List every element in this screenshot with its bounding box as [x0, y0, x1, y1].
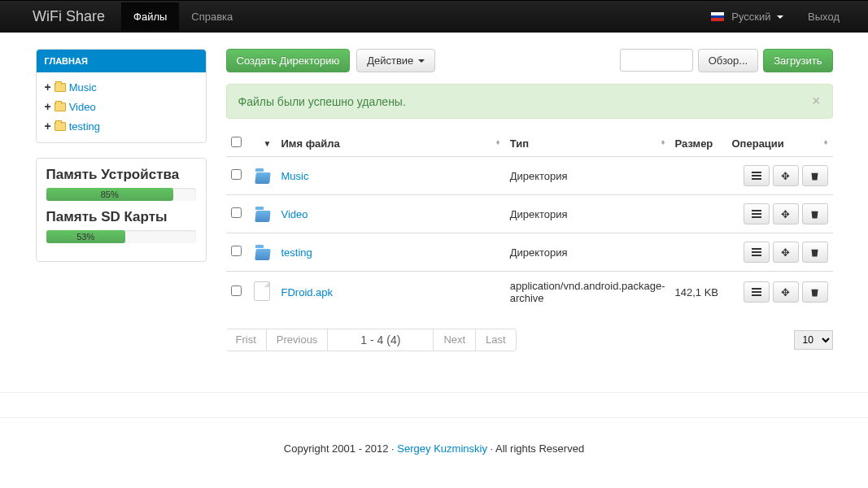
nav-help[interactable]: Справка — [179, 2, 245, 31]
tree-link[interactable]: Music — [69, 81, 97, 94]
pager-last[interactable]: Last — [475, 329, 517, 351]
file-name-link[interactable]: testing — [281, 246, 312, 259]
table-row: VideoДиректория — [226, 195, 833, 233]
sd-memory-progress: 53% — [46, 230, 196, 243]
success-alert: Файлы были успешно удалены. × — [226, 84, 833, 119]
file-type: Директория — [505, 233, 670, 272]
browse-button[interactable]: Обзор... — [698, 49, 758, 72]
create-directory-button[interactable]: Создать Директорию — [226, 49, 351, 72]
file-size — [670, 157, 727, 195]
folder-icon — [254, 242, 272, 260]
page-size-select[interactable]: 10 — [794, 330, 833, 350]
alert-message: Файлы были успешно удалены. — [238, 95, 406, 108]
col-name: Имя файла — [281, 137, 340, 150]
delete-button[interactable] — [802, 203, 828, 224]
alert-close-button[interactable]: × — [812, 93, 821, 110]
device-memory-bar: 85% — [46, 188, 173, 201]
upload-button[interactable]: Загрузить — [763, 49, 832, 72]
language-dropdown[interactable]: Русский — [699, 2, 796, 31]
sd-memory-bar: 53% — [46, 230, 126, 243]
action-label: Действие — [367, 54, 413, 67]
select-all-checkbox[interactable] — [231, 137, 242, 147]
sort-icon[interactable]: ▼ — [264, 139, 272, 148]
folder-icon — [254, 204, 272, 222]
sd-memory-label: Память SD Карты — [46, 209, 196, 225]
author-link[interactable]: Sergey Kuzminskiy — [397, 442, 487, 455]
sort-icon[interactable]: ♦ — [823, 137, 827, 146]
row-checkbox[interactable] — [231, 246, 242, 256]
file-path-input[interactable] — [620, 49, 693, 72]
file-size: 142,1 KB — [670, 272, 727, 313]
app-brand: WiFi Share — [16, 8, 121, 25]
tree-link[interactable]: Video — [69, 101, 96, 113]
sort-icon[interactable]: ♦ — [661, 137, 665, 146]
col-type: Тип — [510, 137, 529, 150]
navbar: WiFi Share Файлы Справка Русский Выход — [0, 0, 868, 33]
action-dropdown[interactable]: Действие — [356, 49, 435, 72]
device-memory-progress: 85% — [46, 188, 196, 201]
file-name-link[interactable]: FDroid.apk — [281, 286, 334, 298]
move-button[interactable] — [773, 281, 799, 303]
table-row: MusicДиректория — [226, 157, 833, 195]
pager-range: 1 - 4 (4) — [327, 329, 434, 351]
details-button[interactable] — [744, 281, 770, 303]
pager-prev[interactable]: Previous — [266, 329, 329, 351]
pager-first[interactable]: Frist — [226, 329, 267, 351]
device-memory-label: Память Устройства — [46, 167, 196, 183]
caret-down-icon — [418, 59, 425, 63]
copyright-text: Copyright 2001 - 2012 · — [284, 442, 397, 455]
file-name-link[interactable]: Video — [281, 208, 308, 220]
row-checkbox[interactable] — [231, 169, 242, 180]
delete-button[interactable] — [802, 165, 828, 186]
file-type: Директория — [505, 195, 670, 233]
pager-next[interactable]: Next — [433, 329, 476, 351]
pagination: Frist Previous 1 - 4 (4) Next Last 10 — [226, 329, 833, 351]
file-type: application/vnd.android.package-archive — [505, 272, 670, 313]
tree-item[interactable]: + Video — [37, 97, 206, 116]
folder-icon — [55, 122, 66, 131]
col-ops: Операции — [732, 137, 784, 150]
file-type: Директория — [505, 157, 670, 195]
details-button[interactable] — [744, 242, 770, 263]
folder-icon — [254, 166, 272, 184]
file-table: ▼ Имя файла♦ Тип♦ Размер Операции♦ Music… — [226, 130, 833, 312]
details-button[interactable] — [744, 165, 770, 186]
logout-link[interactable]: Выход — [796, 2, 852, 31]
tree-item[interactable]: + testing — [37, 116, 206, 136]
delete-button[interactable] — [802, 281, 828, 303]
footer: Copyright 2001 - 2012 · Sergey Kuzminski… — [0, 417, 868, 479]
move-button[interactable] — [773, 203, 799, 224]
file-size — [670, 233, 727, 272]
expand-icon[interactable]: + — [45, 81, 51, 94]
move-button[interactable] — [773, 165, 799, 186]
row-checkbox[interactable] — [231, 207, 242, 218]
row-checkbox[interactable] — [231, 285, 242, 296]
nav-files[interactable]: Файлы — [121, 2, 179, 31]
file-size — [670, 195, 727, 233]
memory-panel: Память Устройства 85% Память SD Карты 53… — [36, 158, 207, 262]
file-icon — [254, 281, 270, 301]
details-button[interactable] — [744, 203, 770, 224]
folder-icon — [55, 83, 66, 92]
table-row: testingДиректория — [226, 233, 833, 272]
toolbar: Создать Директорию Действие Обзор... Заг… — [226, 49, 833, 72]
file-name-link[interactable]: Music — [281, 170, 309, 182]
sidebar-panel: ГЛАВНАЯ + Music + Video + testing — [36, 49, 207, 143]
delete-button[interactable] — [802, 242, 828, 263]
expand-icon[interactable]: + — [45, 100, 51, 113]
language-label: Русский — [731, 11, 770, 23]
caret-down-icon — [777, 15, 783, 19]
tree-link[interactable]: testing — [69, 120, 100, 133]
col-size: Размер — [675, 137, 713, 150]
expand-icon[interactable]: + — [45, 120, 51, 133]
flag-ru-icon — [711, 12, 724, 21]
tree-item[interactable]: + Music — [37, 77, 206, 97]
folder-tree: + Music + Video + testing — [37, 72, 206, 142]
table-row: FDroid.apkapplication/vnd.android.packag… — [226, 272, 833, 313]
rights-text: · All rights Reserved — [491, 442, 585, 455]
move-button[interactable] — [773, 242, 799, 263]
sort-icon[interactable]: ♦ — [496, 137, 500, 146]
folder-icon — [55, 102, 66, 111]
sidebar-header: ГЛАВНАЯ — [37, 50, 206, 72]
